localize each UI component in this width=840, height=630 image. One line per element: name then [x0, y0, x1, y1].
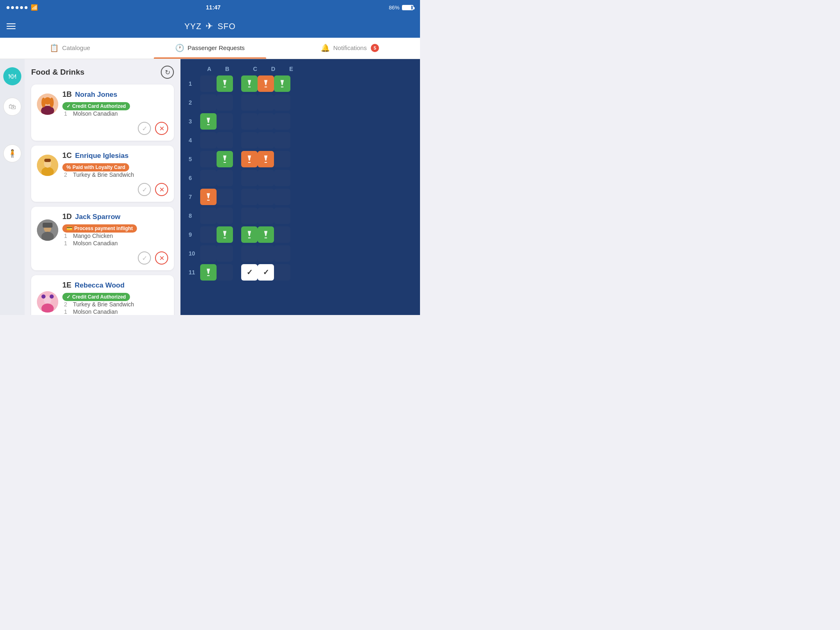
payment-label-jack: Process payment inflight: [74, 226, 133, 231]
seat-5B[interactable]: [217, 151, 233, 167]
food-drinks-nav-icon[interactable]: 🍽: [3, 67, 21, 85]
shopping-nav-icon[interactable]: 🛍: [3, 98, 21, 116]
tab-passenger-requests[interactable]: 🕐 Passenger Requests: [140, 38, 280, 59]
approve-button-enrique[interactable]: ✓: [138, 183, 151, 196]
seat-11D[interactable]: ✓: [258, 264, 274, 281]
reject-button-norah[interactable]: ✕: [155, 122, 168, 135]
check-mark-11C: ✓: [247, 268, 253, 277]
seat-9B[interactable]: [217, 226, 233, 243]
seat-6A[interactable]: [200, 170, 217, 186]
approve-button-jack[interactable]: ✓: [138, 251, 151, 265]
card-header-enrique: 1C Enrique Iglesias % Paid with Loyalty …: [37, 151, 168, 179]
seat-10D[interactable]: [258, 245, 274, 262]
passenger-nav-icon[interactable]: 🧍: [3, 144, 21, 162]
seat-11B[interactable]: [217, 264, 233, 281]
seat-6B[interactable]: [217, 170, 233, 186]
approve-button-norah[interactable]: ✓: [138, 122, 151, 135]
row-label-8: 8: [189, 212, 200, 219]
reject-button-enrique[interactable]: ✕: [155, 183, 168, 196]
seat-8D[interactable]: [258, 208, 274, 224]
row-label-3: 3: [189, 118, 200, 125]
svg-point-18: [41, 294, 46, 299]
seat-9E[interactable]: [274, 226, 290, 243]
seat-9D[interactable]: [258, 226, 274, 243]
seat-11E[interactable]: [274, 264, 290, 281]
main-content: 🍽 🛍 🧍 Food & Drinks ↻: [0, 59, 420, 315]
menu-button[interactable]: [7, 23, 16, 29]
actions-norah: ✓ ✕: [37, 122, 168, 135]
name-row-enrique: 1C Enrique Iglesias % Paid with Loyalty …: [62, 151, 168, 171]
tab-notifications[interactable]: 🔔 Notifications 5: [280, 38, 420, 59]
seat-1D[interactable]: [258, 75, 274, 92]
seat-11C[interactable]: ✓: [241, 264, 258, 281]
seat-9C[interactable]: [241, 226, 258, 243]
seat-10E[interactable]: [274, 245, 290, 262]
seat-5E[interactable]: [274, 151, 290, 167]
seat-4D[interactable]: [258, 132, 274, 148]
seat-1B[interactable]: [217, 75, 233, 92]
seat-10C[interactable]: [241, 245, 258, 262]
col-d-label: D: [264, 66, 282, 72]
seat-1C[interactable]: [241, 75, 258, 92]
seat-3A[interactable]: [200, 113, 217, 130]
check-icon-norah: ✓: [66, 103, 71, 109]
seat-row-1: 1: [189, 75, 412, 92]
battery-indicator: 86%: [389, 5, 413, 11]
seat-7E[interactable]: [274, 189, 290, 205]
food-icon: 🍽: [9, 72, 16, 81]
seat-3E[interactable]: [274, 113, 290, 130]
item-name-jack-1: Mango Chicken: [73, 233, 113, 239]
seat-map-panel: A B C D E 1 23 45: [180, 59, 420, 315]
seat-1E[interactable]: [274, 75, 290, 92]
seat-7A[interactable]: [200, 189, 217, 205]
seat-8C[interactable]: [241, 208, 258, 224]
seat-10A[interactable]: [200, 245, 217, 262]
seat-5D[interactable]: [258, 151, 274, 167]
seat-4B[interactable]: [217, 132, 233, 148]
seat-2E[interactable]: [274, 94, 290, 111]
seat-11A[interactable]: [200, 264, 217, 281]
seat-1A[interactable]: [200, 75, 217, 92]
battery-fill: [403, 6, 411, 9]
request-card-1d: 1D Jack Sparrow 💳 Process payment inflig…: [31, 207, 174, 270]
seat-10B[interactable]: [217, 245, 233, 262]
seat-row-2: 2: [189, 94, 412, 111]
seat-8E[interactable]: [274, 208, 290, 224]
seat-2A[interactable]: [200, 94, 217, 111]
seat-6C[interactable]: [241, 170, 258, 186]
seat-7B[interactable]: [217, 189, 233, 205]
seat-7D[interactable]: [258, 189, 274, 205]
seat-8B[interactable]: [217, 208, 233, 224]
seat-5C[interactable]: [241, 151, 258, 167]
seat-row-4: 4: [189, 132, 412, 148]
seat-7C[interactable]: [241, 189, 258, 205]
items-jack: 1 Mango Chicken 1 Molson Canadian: [62, 233, 168, 247]
name-jack: Jack Sparrow: [75, 213, 121, 221]
seat-3D[interactable]: [258, 113, 274, 130]
name-row-rebecca: 1E Rebecca Wood ✓ Credit Card Authorized: [62, 281, 168, 301]
tab-catalogue[interactable]: 📋 Catalogue: [0, 38, 140, 59]
seat-2C[interactable]: [241, 94, 258, 111]
payment-label-rebecca: Credit Card Authorized: [72, 294, 126, 300]
signal-dot-5: [25, 6, 27, 9]
seat-5A[interactable]: [200, 151, 217, 167]
row-label-10: 10: [189, 250, 200, 257]
row-label-9: 9: [189, 231, 200, 238]
shopping-icon: 🛍: [9, 103, 16, 111]
seat-9A[interactable]: [200, 226, 217, 243]
seat-6E[interactable]: [274, 170, 290, 186]
seat-8A[interactable]: [200, 208, 217, 224]
seat-2B[interactable]: [217, 94, 233, 111]
payment-badge-rebecca: ✓ Credit Card Authorized: [62, 293, 130, 301]
seat-6D[interactable]: [258, 170, 274, 186]
seat-4E[interactable]: [274, 132, 290, 148]
seat-3B[interactable]: [217, 113, 233, 130]
reject-button-jack[interactable]: ✕: [155, 251, 168, 265]
refresh-button[interactable]: ↻: [161, 66, 174, 79]
seat-2D[interactable]: [258, 94, 274, 111]
seat-4A[interactable]: [200, 132, 217, 148]
seat-4C[interactable]: [241, 132, 258, 148]
col-b-label: B: [218, 66, 236, 72]
left-sidebar: 🍽 🛍 🧍: [0, 59, 25, 315]
seat-3C[interactable]: [241, 113, 258, 130]
